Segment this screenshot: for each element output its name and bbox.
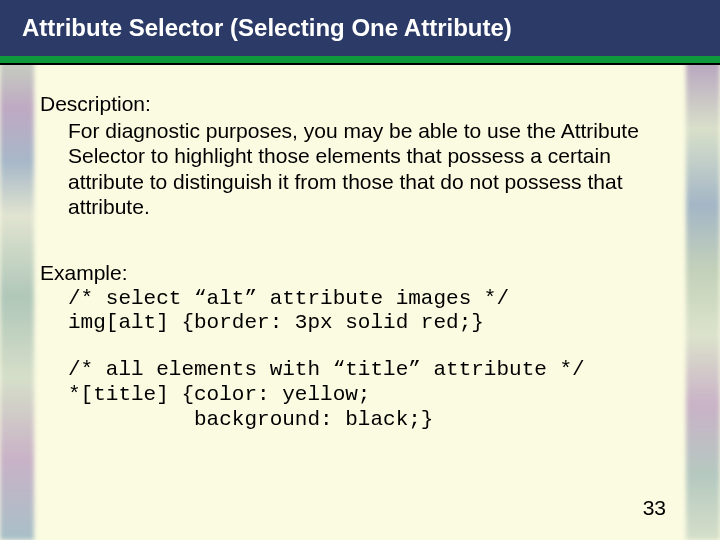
description-text: For diagnostic purposes, you may be able…	[40, 118, 672, 220]
code-line: /* all elements with “title” attribute *…	[68, 358, 585, 381]
code-line: *[title] {color: yellow;	[68, 383, 370, 406]
example-label: Example:	[40, 260, 672, 286]
code-line: /* select “alt” attribute images */	[68, 287, 509, 310]
code-group-2: /* all elements with “title” attribute *…	[68, 358, 672, 432]
slide: Attribute Selector (Selecting One Attrib…	[0, 0, 720, 540]
example-block: /* select “alt” attribute images */ img[…	[40, 287, 672, 433]
code-line: img[alt] {border: 3px solid red;}	[68, 311, 484, 334]
slide-body: Description: For diagnostic purposes, yo…	[0, 63, 720, 432]
description-label: Description:	[40, 91, 672, 117]
code-line: background: black;}	[68, 408, 433, 431]
code-group-1: /* select “alt” attribute images */ img[…	[68, 287, 672, 337]
slide-title: Attribute Selector (Selecting One Attrib…	[0, 0, 720, 63]
page-number: 33	[643, 496, 666, 520]
